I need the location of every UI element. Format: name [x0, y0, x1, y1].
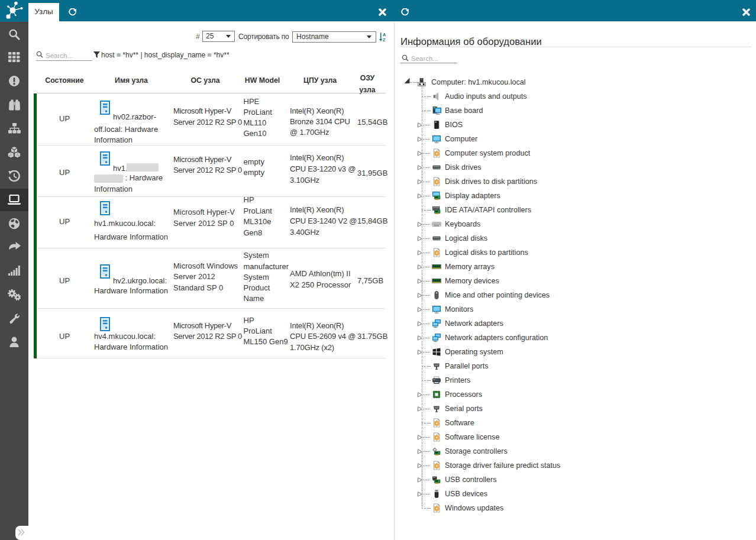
svg-text:A: A: [383, 32, 386, 37]
svg-text:Z: Z: [383, 37, 386, 42]
